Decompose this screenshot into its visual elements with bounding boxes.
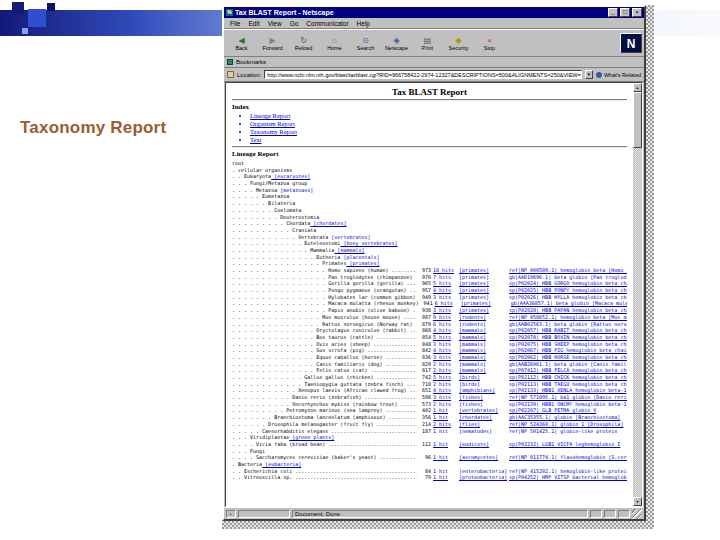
hits-link[interactable]: 1 hit [431,468,459,475]
group-link[interactable]: [nematodes] [459,428,509,435]
group-link[interactable]: [mammals] [459,347,509,354]
sequence-link[interactable]: sp|P07412| HBB_FELCA hemoglobin beta cha… [509,367,627,374]
sequence-link[interactable]: sp|P02025| HBB_PONPY hemoglobin beta cha… [509,287,627,294]
hits-link[interactable]: 6 hits [433,300,461,307]
hits-link[interactable]: 1 hit [431,454,459,461]
group-link[interactable]: [vertebrates] [328,234,370,241]
toolbar-button-print[interactable]: ▤Print [412,31,443,55]
hits-link[interactable]: 5 hits [431,280,459,287]
group-link[interactable]: [mammals] [459,354,509,361]
sequence-link[interactable]: sp|P02062| HBB_HORSE hemoglobin beta cha… [509,354,627,361]
security-lock-icon[interactable]: ▪ [226,510,236,518]
group-link[interactable]: [mammals] [459,334,509,341]
hits-link[interactable]: 4 hits [431,387,459,394]
group-link[interactable]: [mammals] [459,361,509,368]
menu-item-view[interactable]: View [264,20,286,27]
sequence-link[interactable]: sp|P02207| GLB_PETMA globin V [509,407,627,414]
hits-link[interactable]: 2 hits [431,421,459,428]
group-link[interactable]: [metazoans] [277,187,313,194]
sequence-link[interactable]: sp|P02024| HBB_GORGO hemoglobin beta cha… [509,280,627,287]
toolbar-button-security[interactable]: ◆Security [443,31,474,55]
hits-link[interactable]: 5 hits [431,334,459,341]
sequence-link[interactable]: ref|NP_000509.1| hemoglobin beta [Homo s… [509,267,627,274]
hits-link[interactable]: 4 hits [431,347,459,354]
index-link-taxonomy-report[interactable]: Taxonomy Report [250,128,627,136]
hits-link[interactable]: 2 hits [431,381,459,388]
hits-link[interactable]: 3 hits [431,294,459,301]
group-link[interactable]: [primates] [459,307,509,314]
hits-link[interactable]: 1 hit [431,407,459,414]
hits-link[interactable]: 4 hits [431,327,459,334]
group-link[interactable]: [eucaryotes] [271,173,310,180]
hits-link[interactable]: 1 hit [431,414,459,421]
maximize-button[interactable]: □ [620,8,630,17]
hits-link[interactable]: 5 hits [431,374,459,381]
group-link[interactable]: [primates] [459,294,509,301]
sequence-link[interactable]: gb|AAB02563.1| beta globin [Rattus norve… [509,321,627,328]
group-link[interactable]: [chordates] [310,220,346,227]
toolbar-button-back[interactable]: ◀Back [226,31,257,55]
sequence-link[interactable]: sp|P02057| HBB_RABIT hemoglobin beta cha… [509,327,627,334]
location-dropdown-icon[interactable]: ▾ [585,70,593,79]
scroll-up-arrow[interactable]: ▴ [633,83,642,92]
vertical-scrollbar[interactable]: ▴ ▾ [633,83,642,506]
menu-item-file[interactable]: File [226,20,244,27]
sequence-link[interactable]: sp|P02133| HBB1_XENLA hemoglobin beta-1 [509,387,627,394]
menu-item-edit[interactable]: Edit [244,20,263,27]
hits-link[interactable]: 1 hit [431,441,459,448]
hits-link[interactable]: 7 hits [431,274,459,281]
menu-item-communicator[interactable]: Communicator [302,20,352,27]
group-link[interactable]: [flies] [459,421,509,428]
group-link[interactable]: [rodents] [459,314,509,321]
group-link[interactable]: [mammals] [459,341,509,348]
group-link[interactable]: [birds] [459,374,509,381]
sequence-link[interactable]: sp|P02112| HBB_CHICK hemoglobin beta cha… [509,374,627,381]
sequence-link[interactable]: sp|P02067| HBB_PIG hemoglobin beta chain [509,347,627,354]
group-link[interactable]: [primates] [459,287,509,294]
group-link[interactable]: [amphibians] [459,387,509,394]
group-link[interactable]: [mammals] [459,367,509,374]
hits-link[interactable]: 2 hits [431,361,459,368]
close-button[interactable]: × [632,8,642,17]
group-link[interactable]: [enterobacteria] [459,468,509,475]
menu-item-help[interactable]: Help [353,20,374,27]
sequence-link[interactable]: sp|P02113| HBB_TAEGU hemoglobin beta cha… [509,381,627,388]
group-link[interactable]: [rodents] [459,321,509,328]
toolbar-button-forward[interactable]: ▶Forward [257,31,288,55]
hits-link[interactable]: 3 hits [431,341,459,348]
sequence-link[interactable]: sp|P04252| HMP_VITSP bacterial hemoglobi… [509,474,627,481]
toolbar-button-netscape[interactable]: ◈Netscape [381,31,412,55]
group-link[interactable]: [bony vertebrates] [340,240,397,247]
sequence-link[interactable]: sp|P02026| HBB_HYLLA hemoglobin beta cha… [509,294,627,301]
hits-link[interactable]: 2 hits [431,401,459,408]
group-link[interactable]: [mammals] [334,247,364,254]
group-link[interactable]: [green plants] [289,434,334,441]
location-input[interactable]: http://www.ncbi.nlm.nih.gov/blast/taxbla… [264,70,582,79]
sequence-link[interactable]: gb|AAD19696.1| beta globin [Pan troglody… [509,274,627,281]
group-link[interactable]: [chordates] [459,414,509,421]
toolbar-button-search[interactable]: ⊙Search [350,31,381,55]
index-link-lineage-report[interactable]: Lineage Report [250,112,627,120]
group-link[interactable]: [primates] [461,300,511,307]
minimize-button[interactable]: _ [608,8,618,17]
sequence-link[interactable]: ref|NP_501425.1| globin-like protein [509,428,627,435]
group-link[interactable]: [mammals] [459,327,509,334]
group-link[interactable]: [primates] [459,274,509,281]
group-link[interactable]: [eubacteria] [262,461,301,468]
window-titlebar[interactable]: N Tax BLAST Report - Netscape _ □ × [224,7,644,18]
resize-grip[interactable] [632,509,642,519]
sequence-link[interactable]: ref|NP_571095.1| ba1 globin [Danio rerio… [509,394,627,401]
group-link[interactable]: [birds] [459,381,509,388]
hits-link[interactable]: 6 hits [431,321,459,328]
hits-link[interactable]: 3 hits [431,394,459,401]
sequence-link[interactable]: sp|P02070| HBB_BOVIN hemoglobin beta cha… [509,334,627,341]
hits-link[interactable]: 9 hits [431,314,459,321]
hits-link[interactable]: 1 hit [431,428,459,435]
group-link[interactable]: [primates] [459,280,509,287]
group-link[interactable]: [placentals] [340,254,379,261]
group-link[interactable]: [vertebrates] [459,407,509,414]
bookmarks-label[interactable]: Bookmarks [236,59,266,65]
sequence-link[interactable]: ref|NP_524360.1| globin 1 [Drosophila] [509,421,627,428]
scrollbar-thumb[interactable] [633,92,642,148]
hits-link[interactable]: 2 hits [431,367,459,374]
